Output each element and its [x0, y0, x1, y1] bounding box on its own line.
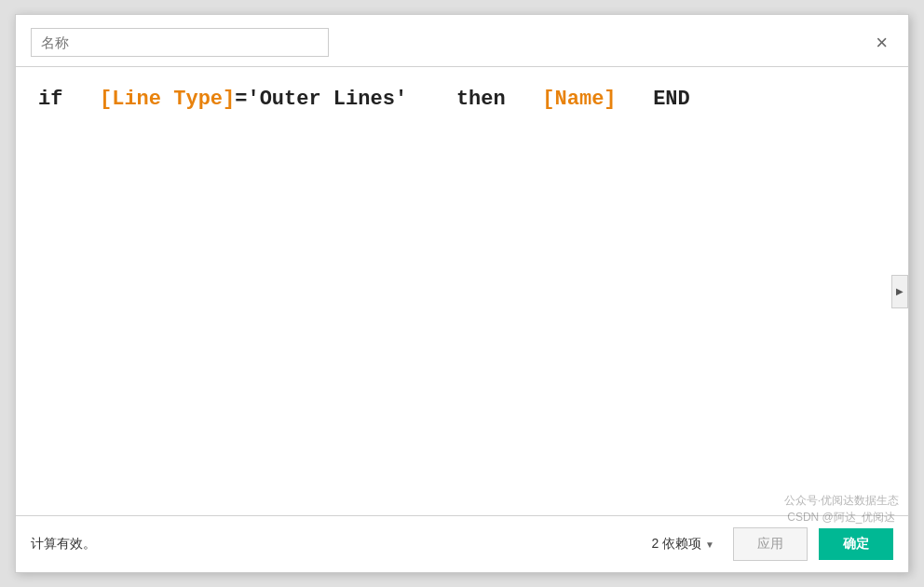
status-text: 计算有效。	[31, 536, 632, 553]
line-type-bracket: [Line Type]	[100, 88, 235, 111]
apply-button[interactable]: 应用	[733, 527, 808, 561]
then-keyword: then	[456, 88, 506, 111]
ok-button[interactable]: 确定	[819, 528, 893, 560]
chevron-right-icon: ▶	[896, 286, 904, 296]
dialog-body: if [Line Type]='Outer Lines' then [Name]…	[16, 67, 908, 515]
close-button[interactable]: ×	[870, 31, 893, 55]
dialog-footer: 计算有效。 2 依赖项 ▼ 应用 确定	[16, 515, 908, 572]
name-bracket: [Name]	[542, 88, 616, 111]
dialog-header: ×	[16, 15, 908, 67]
close-icon: ×	[876, 31, 888, 54]
dependencies-dropdown[interactable]: 2 依赖项 ▼	[644, 532, 722, 556]
equals-value: ='Outer Lines'	[235, 88, 407, 111]
if-keyword: if	[38, 88, 62, 111]
dialog: × if [Line Type]='Outer Lines' then [Nam…	[15, 14, 909, 573]
dep-count-label: 2 依赖项	[651, 536, 701, 553]
chevron-down-icon: ▼	[705, 539, 714, 550]
scrollbar-right-arrow[interactable]: ▶	[891, 275, 908, 308]
end-keyword: END	[653, 88, 690, 111]
ok-label: 确定	[843, 536, 869, 551]
name-input[interactable]	[31, 28, 329, 57]
formula-display: if [Line Type]='Outer Lines' then [Name]…	[38, 86, 886, 115]
apply-label: 应用	[757, 536, 783, 551]
